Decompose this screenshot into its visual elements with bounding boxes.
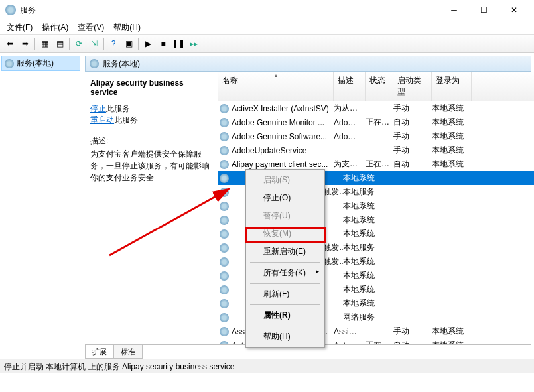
start-service-button[interactable]: ▶ xyxy=(141,36,155,51)
cell-name: ActiveX Installer (AxInstSV) xyxy=(232,104,334,113)
cell-desc: Auto… xyxy=(334,341,366,345)
services-icon xyxy=(5,5,16,15)
detail-pane: Alipay security business service 停止此服务 重… xyxy=(82,72,218,344)
cell-name: Alipay payment client sec... xyxy=(232,160,334,169)
list-button[interactable]: ▤ xyxy=(52,36,67,51)
cell-logon: 本地系统 xyxy=(432,326,472,337)
help-button[interactable]: ? xyxy=(106,36,121,51)
cell-startup: 手动 xyxy=(393,326,432,337)
tree-root-label: 服务(本地) xyxy=(17,58,54,69)
status-bar: 停止并启动 本地计算机 上的服务 Alipay security busines… xyxy=(0,359,534,373)
cell-logon: 本地系统 xyxy=(343,228,383,239)
cell-status: 正在… xyxy=(366,117,393,128)
gear-icon xyxy=(220,202,229,211)
description-label: 描述: xyxy=(90,135,213,147)
gear-icon xyxy=(220,216,229,225)
minimize-button[interactable]: ─ xyxy=(439,0,469,20)
cell-logon: 本地系统 xyxy=(432,117,472,128)
col-logon[interactable]: 登录为 xyxy=(432,72,472,101)
gear-icon xyxy=(220,118,229,127)
cell-logon: 本地系统 xyxy=(343,214,383,226)
cell-logon: 本地系统 xyxy=(432,340,472,344)
maximize-button[interactable]: ☐ xyxy=(469,0,499,20)
list-header: 服务(本地) xyxy=(85,56,531,72)
cell-desc: Assi… xyxy=(334,327,366,336)
ctx-start: 启动(S) xyxy=(247,171,323,189)
show-hide-button[interactable]: ▦ xyxy=(37,36,52,51)
gear-icon xyxy=(220,243,229,253)
col-startup[interactable]: 启动类型 xyxy=(393,72,432,101)
gear-icon xyxy=(220,146,229,155)
export-button[interactable]: ⇲ xyxy=(87,36,101,51)
properties-button[interactable]: ▣ xyxy=(121,36,136,51)
tab-standard[interactable]: 标准 xyxy=(113,345,143,359)
cell-desc: 为支… xyxy=(334,159,366,170)
gear-icon xyxy=(220,271,229,281)
description-text: 为支付宝客户端提供安全保障服务，一旦停止该服务，有可能影响你的支付业务安全 xyxy=(90,148,213,184)
ctx-restart[interactable]: 重新启动(E) xyxy=(247,243,323,261)
gear-icon xyxy=(90,59,99,68)
gear-icon xyxy=(220,174,229,183)
col-status[interactable]: 状态 xyxy=(366,72,393,101)
pause-service-button[interactable]: ❚❚ xyxy=(171,36,186,51)
cell-startup: 手动 xyxy=(393,145,432,156)
cell-startup: 自动 xyxy=(393,117,432,128)
ctx-pause: 暂停(U) xyxy=(247,207,323,225)
ctx-stop[interactable]: 停止(O) xyxy=(247,189,323,207)
tree-root[interactable]: 服务(本地) xyxy=(1,56,80,71)
gear-icon xyxy=(220,104,229,113)
stop-service-button[interactable]: ■ xyxy=(156,36,170,51)
cell-logon: 本地系统 xyxy=(343,172,383,184)
gear-icon xyxy=(220,341,229,345)
context-menu: 启动(S) 停止(O) 暂停(U) 恢复(M) 重新启动(E) 所有任务(K) … xyxy=(245,169,325,348)
cell-status: 正在… xyxy=(366,159,393,170)
cell-logon: 本地系统 xyxy=(432,145,472,156)
cell-desc: Ado… xyxy=(334,132,366,141)
cell-desc: 为从… xyxy=(334,103,366,114)
refresh-button[interactable]: ⟳ xyxy=(72,36,86,51)
menu-action[interactable]: 操作(A) xyxy=(38,21,72,34)
back-button[interactable]: ⬅ xyxy=(3,36,17,51)
ctx-alltasks[interactable]: 所有任务(K) xyxy=(247,264,323,282)
table-row[interactable]: ActiveX Installer (AxInstSV)为从…手动本地系统 xyxy=(218,101,534,115)
cell-name: Adobe Genuine Software... xyxy=(232,132,334,141)
gear-icon xyxy=(220,160,229,169)
ctx-resume: 恢复(M) xyxy=(247,225,323,243)
cell-logon: 本地系统 xyxy=(343,270,383,281)
cell-logon: 本地服务 xyxy=(343,242,383,253)
ctx-refresh[interactable]: 刷新(F) xyxy=(247,285,323,303)
table-row[interactable]: Adobe Genuine Monitor ...Ado…正在…自动本地系统 xyxy=(218,115,534,129)
menu-view[interactable]: 查看(V) xyxy=(74,21,108,34)
gear-icon xyxy=(5,59,14,68)
table-row[interactable]: AdobeUpdateService手动本地系统 xyxy=(218,143,534,157)
window-title: 服务 xyxy=(20,5,439,16)
ctx-properties[interactable]: 属性(R) xyxy=(247,306,323,324)
forward-button[interactable]: ➡ xyxy=(18,36,33,51)
close-button[interactable]: ✕ xyxy=(499,0,529,20)
menu-help[interactable]: 帮助(H) xyxy=(109,21,145,34)
restart-link[interactable]: 重启动 xyxy=(90,115,114,125)
ctx-help[interactable]: 帮助(H) xyxy=(247,328,323,346)
col-desc[interactable]: 描述 xyxy=(334,72,366,101)
tab-extended[interactable]: 扩展 xyxy=(85,345,114,359)
stop-link[interactable]: 停止 xyxy=(90,104,106,113)
cell-name: Adobe Genuine Monitor ... xyxy=(232,118,334,127)
col-name[interactable]: 名称▴ xyxy=(218,72,334,101)
cell-status: 正在… xyxy=(366,340,393,344)
gear-icon xyxy=(220,327,229,336)
cell-name: AdobeUpdateService xyxy=(232,146,334,155)
cell-logon: 本地系统 xyxy=(343,256,383,267)
cell-logon: 本地系统 xyxy=(343,200,383,212)
restart-service-button[interactable]: ▸▸ xyxy=(186,36,201,51)
cell-desc: Ado… xyxy=(334,118,366,127)
table-row[interactable]: Adobe Genuine Software...Ado…手动本地系统 xyxy=(218,129,534,143)
gear-icon xyxy=(220,257,229,267)
list-header-label: 服务(本地) xyxy=(103,58,140,70)
cell-startup: 手动 xyxy=(393,131,432,142)
gear-icon xyxy=(220,132,229,141)
cell-logon: 本地系统 xyxy=(432,159,472,170)
selected-service-name: Alipay security business service xyxy=(90,78,213,97)
sort-asc-icon: ▴ xyxy=(275,72,277,78)
gear-icon xyxy=(220,188,229,197)
menu-file[interactable]: 文件(F) xyxy=(3,21,36,34)
